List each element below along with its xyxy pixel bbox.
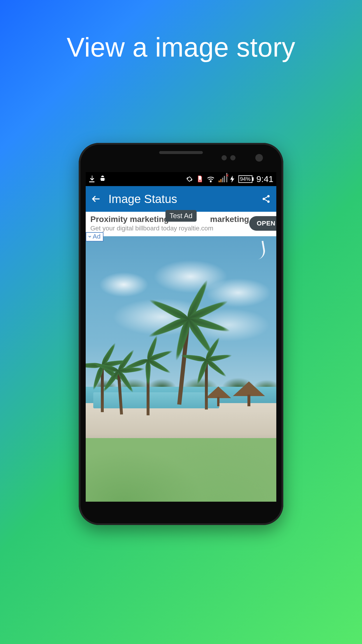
sim-icon (197, 176, 203, 183)
ad-badge[interactable]: Ad (86, 232, 103, 242)
signal-icon: × (219, 176, 226, 182)
download-icon (89, 176, 95, 183)
rotate-lock-icon (186, 176, 193, 183)
svg-point-4 (267, 200, 270, 203)
svg-point-2 (267, 195, 270, 197)
svg-point-1 (210, 181, 211, 182)
back-button[interactable] (86, 186, 106, 212)
charging-icon (230, 176, 234, 183)
phone-camera-dot (255, 154, 263, 162)
svg-point-3 (263, 198, 265, 200)
phone-sensor-dot (230, 155, 236, 160)
status-clock: 9:41 (256, 174, 273, 184)
app-bar: Image Status (86, 186, 276, 212)
ad-open-button[interactable]: OPEN (249, 216, 276, 231)
phone-frame: × 94% 9:41 Image Status (79, 143, 283, 525)
ad-banner[interactable]: Proximity marketing - Royaltie marketing… (86, 212, 276, 236)
status-image[interactable] (86, 236, 276, 502)
phone-screen: × 94% 9:41 Image Status (86, 172, 276, 502)
app-bar-title: Image Status (106, 192, 256, 206)
phone-sensor-dot (222, 155, 227, 160)
ad-subtitle: Get your digital billboard today royalti… (90, 225, 249, 232)
battery-indicator: 94% (238, 175, 252, 183)
wifi-icon (207, 176, 215, 182)
test-ad-badge: Test Ad (166, 210, 197, 222)
share-button[interactable] (256, 186, 276, 212)
android-icon (99, 176, 106, 183)
status-bar: × 94% 9:41 (86, 172, 276, 186)
svg-rect-0 (187, 177, 192, 182)
promo-title: View a image story (0, 32, 362, 63)
